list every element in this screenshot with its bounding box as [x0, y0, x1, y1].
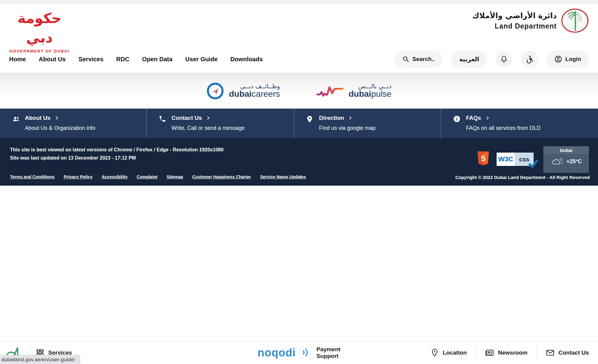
- dubai-pulse-wave-icon: [316, 83, 344, 99]
- dubai-pulse-arabic: دبــي بالـــس: [348, 83, 392, 89]
- government-of-dubai-logo-arabic: حكومة دبي: [9, 8, 70, 48]
- nav-item-user-guide[interactable]: User Guide: [185, 56, 218, 63]
- dubai-pulse-wordmark: dubaipulse: [348, 89, 392, 99]
- nav-item-downloads[interactable]: Downloads: [230, 56, 263, 63]
- language-toggle-button[interactable]: العربية: [451, 51, 487, 68]
- land-department-logo[interactable]: دائرة الأراضي والأملاك Land Department: [472, 8, 589, 33]
- footer-link-complaint[interactable]: Complaint: [137, 174, 157, 179]
- search-button[interactable]: Search..: [395, 51, 443, 68]
- footer-link-happiness-charter[interactable]: Customer Happiness Charter: [192, 174, 251, 179]
- quick-link-title: FAQs: [466, 115, 481, 121]
- divider: [537, 344, 537, 362]
- partner-logos-band: وظــائــف دبــي dubaicareers دبــي بالــ…: [0, 73, 598, 109]
- chevron-right-icon: [206, 116, 210, 120]
- footer-link-sitemap[interactable]: Sitemap: [167, 174, 183, 179]
- quick-link-title: Direction: [319, 115, 344, 121]
- quick-link-about-us[interactable]: About Us About Us & Organization info: [0, 109, 146, 138]
- header: حكومة دبي GOVERNMENT OF DUBAI دائرة الأر…: [0, 4, 598, 73]
- chevron-right-icon: [55, 116, 59, 120]
- dubai-pulse-logo[interactable]: دبــي بالـــس dubaipulse: [316, 83, 392, 99]
- footer: This site is best viewed on latest versi…: [0, 138, 598, 186]
- palm-tree-emblem-icon: [561, 8, 589, 33]
- notifications-button[interactable]: [495, 51, 512, 68]
- quick-link-faqs[interactable]: FAQs FAQs on all services from DLD: [441, 109, 598, 138]
- quick-link-subtitle: FAQs on all services from DLD: [466, 125, 541, 131]
- envelope-icon: [546, 349, 554, 356]
- nav-controls: Search.. العربية: [395, 51, 589, 68]
- footer-link-service-name-updates[interactable]: Service Name Updates: [260, 174, 306, 179]
- footer-link-accessibility[interactable]: Accessibility: [102, 174, 128, 179]
- wheelchair-icon: [525, 55, 534, 63]
- phone-icon: [159, 115, 167, 138]
- html5-badge[interactable]: 5: [477, 151, 490, 166]
- contact-us-button[interactable]: Contact Us: [546, 349, 589, 356]
- quick-link-subtitle: About Us & Organization info: [25, 125, 95, 131]
- main-nav: Home About Us Services RDC Open Data Use…: [0, 46, 598, 73]
- page: حكومة دبي GOVERNMENT OF DUBAI دائرة الأر…: [0, 0, 598, 364]
- footer-link-terms[interactable]: Terms and Conditions: [10, 174, 55, 179]
- footer-links: Terms and Conditions Privacy Policy Acce…: [10, 174, 306, 179]
- dubai-careers-wordmark: dubaicareers: [229, 89, 280, 99]
- chevron-right-icon: [485, 116, 490, 120]
- link-status-bar: dubailand.gov.ae/en/user-guide/: [0, 355, 80, 364]
- accessibility-button[interactable]: [521, 51, 538, 68]
- nav-item-home[interactable]: Home: [9, 56, 26, 63]
- location-pin-icon: [431, 349, 438, 357]
- quick-link-contact-us[interactable]: Contact Us Write, Call or send a message: [146, 109, 294, 138]
- w3c-css-badge[interactable]: W3C css: [497, 153, 534, 166]
- w3c-label: W3C: [497, 153, 515, 166]
- user-circle-icon: [554, 55, 562, 63]
- land-department-english: Land Department: [472, 22, 557, 30]
- nav-links: Home About Us Services RDC Open Data Use…: [9, 56, 263, 63]
- login-button[interactable]: Login: [546, 51, 589, 68]
- nav-item-services[interactable]: Services: [78, 56, 103, 63]
- footer-copyright: Copyright © 2022 Dubai Land Department -…: [455, 175, 590, 180]
- login-label: Login: [565, 56, 581, 62]
- search-icon: [403, 56, 409, 62]
- footer-last-updated: Site was last updated on 13 December 202…: [10, 155, 136, 161]
- quick-link-subtitle: Write, Call or send a message: [172, 125, 245, 131]
- footer-link-privacy[interactable]: Privacy Policy: [64, 174, 93, 179]
- status-url: dubailand.gov.ae/en/user-guide/: [2, 357, 75, 363]
- page-top-strip: [0, 0, 598, 4]
- noqodi-waves-icon: [301, 347, 311, 359]
- nav-item-about-us[interactable]: About Us: [39, 56, 66, 63]
- quick-link-title: About Us: [25, 115, 50, 121]
- dubai-careers-arabic: وظــائــف دبــي: [229, 83, 280, 89]
- quick-link-direction[interactable]: Direction Find us via google map: [294, 109, 441, 138]
- weather-widget[interactable]: Dubai +25°C: [543, 146, 589, 173]
- info-icon: [453, 115, 461, 138]
- map-pin-icon: [306, 115, 314, 138]
- noqodi-wordmark: noqodi: [257, 346, 296, 359]
- bottom-bar-right: Location Newsroom: [431, 341, 589, 364]
- land-department-arabic: دائرة الأراضي والأملاك: [472, 11, 557, 21]
- quick-link-subtitle: Find us via google map: [319, 125, 375, 131]
- search-label: Search..: [412, 56, 435, 62]
- footer-browser-note: This site is best viewed on latest versi…: [10, 147, 223, 153]
- dubai-careers-icon: [206, 82, 224, 100]
- payment-support-label: Payment Support: [316, 346, 340, 359]
- newspaper-icon: [485, 349, 494, 357]
- svg-text:5: 5: [481, 154, 485, 163]
- users-icon: [12, 115, 20, 138]
- cloud-sun-icon: [551, 157, 563, 166]
- quick-links-bar: About Us About Us & Organization info Co…: [0, 109, 598, 138]
- weather-city: Dubai: [543, 146, 589, 154]
- dubai-careers-logo[interactable]: وظــائــف دبــي dubaicareers: [206, 82, 280, 100]
- bottom-bar: Services noqodi Payment Support: [0, 341, 598, 364]
- weather-temp: +25°C: [566, 158, 582, 165]
- nav-item-rdc[interactable]: RDC: [116, 56, 129, 63]
- newsroom-button[interactable]: Newsroom: [485, 349, 528, 357]
- nav-item-open-data[interactable]: Open Data: [142, 56, 172, 63]
- checkmark-icon: [528, 159, 539, 168]
- quick-link-title: Contact Us: [172, 115, 202, 121]
- bell-icon: [500, 55, 508, 63]
- chevron-right-icon: [348, 116, 352, 120]
- divider: [476, 344, 476, 362]
- location-button[interactable]: Location: [431, 349, 467, 357]
- noqodi-payment-support[interactable]: noqodi Payment Support: [257, 341, 340, 364]
